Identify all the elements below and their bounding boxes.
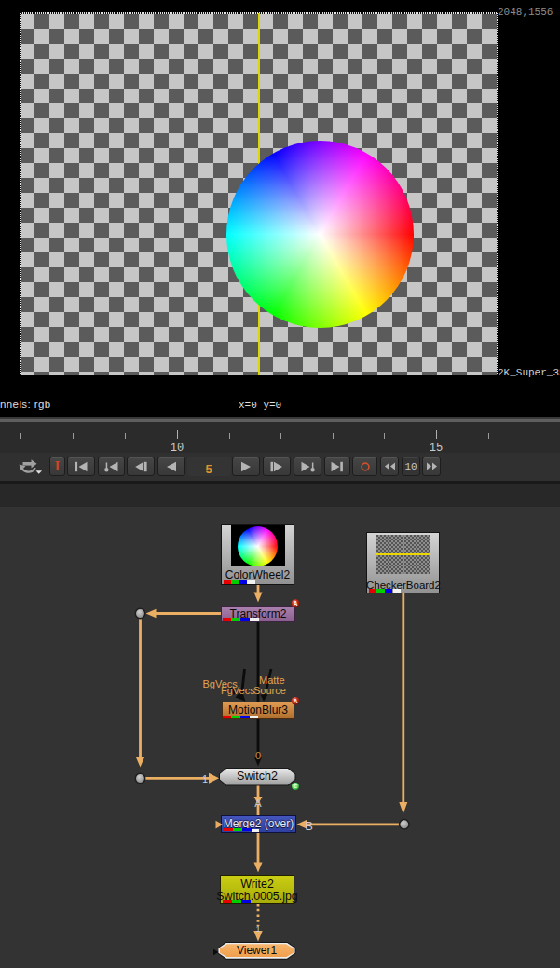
svg-text:A: A	[294, 600, 298, 607]
svg-text:A: A	[294, 698, 298, 704]
svg-text:C: C	[294, 784, 297, 789]
